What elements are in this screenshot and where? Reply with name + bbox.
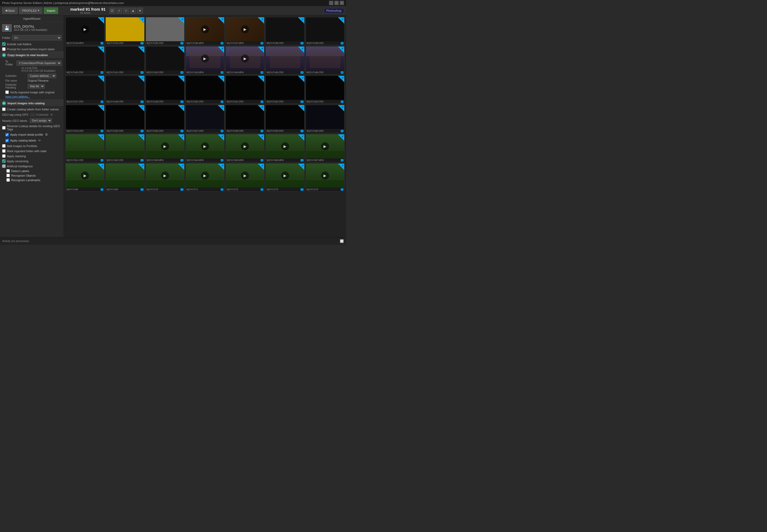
thumbnail-cell[interactable]: ✓ 8Q7A7158.CR2 0 bbox=[226, 105, 264, 133]
apply-stacking-checkbox[interactable] bbox=[2, 154, 6, 158]
profiles-button[interactable]: PROFILES ▾ bbox=[19, 7, 42, 14]
include-subfolders-checkbox[interactable] bbox=[2, 42, 6, 46]
to-folder-select[interactable]: C:\Users\facer\Photo Supreme\ bbox=[16, 61, 61, 66]
maximize-button[interactable]: □ bbox=[334, 1, 339, 5]
thumb-badge: 0 bbox=[261, 159, 263, 161]
ai-checkbox[interactable] bbox=[2, 164, 6, 168]
thumbnail-cell[interactable]: ✓ 8Q7A7149.CR2 0 bbox=[145, 76, 184, 104]
title-bar-controls[interactable]: _ □ × bbox=[329, 1, 344, 5]
mark-ingested-row[interactable]: Mark ingested folder with state bbox=[0, 148, 64, 153]
mark-ingested-checkbox[interactable] bbox=[2, 149, 6, 153]
apply-catalog-labels-checkbox[interactable] bbox=[5, 139, 9, 142]
thumbnail-cell[interactable]: ✓ 8Q7A7162.CR2 0 bbox=[105, 134, 144, 162]
thumbnail-cell[interactable]: ✓ 8Q7A7142.CR2 0 bbox=[145, 46, 184, 74]
reverse-lookup-row[interactable]: Reverse Lookup details for existing GEO … bbox=[0, 124, 64, 132]
apply-import-profile-checkbox[interactable] bbox=[5, 133, 9, 136]
apply-versioning-checkbox[interactable] bbox=[2, 159, 6, 163]
thumbnail-cell[interactable]: ✓ 8Q7A7153.CR2 0 bbox=[306, 76, 345, 104]
thumbnail-cell[interactable]: ▶ ✓ 8Q7A7143.MP4 0 bbox=[185, 46, 225, 74]
thumbnail-cell[interactable]: ▶ ✓ 8Q7A7173 0 bbox=[266, 163, 304, 192]
back-button[interactable]: ◀ Back bbox=[2, 7, 18, 14]
minimize-button[interactable]: _ bbox=[329, 1, 333, 5]
thumbnail-cell[interactable]: ✓ 8Q7A7160.CR2 0 bbox=[306, 105, 345, 133]
thumbnail-cell[interactable]: ✓ 8Q7A7150.CR2 0 bbox=[185, 76, 225, 104]
thumb-filename: 8Q7A7170 bbox=[147, 188, 158, 191]
thumbnail-cell[interactable]: ✓ 8Q7A7139.CR2 0 bbox=[306, 17, 345, 45]
thumbnail-cell[interactable]: ✓ 8Q7A7145.CR2 0 bbox=[266, 46, 304, 74]
thumbnail-cell[interactable]: ▶ ✓ 8Q7A7174 0 bbox=[306, 163, 345, 192]
subfolder-select[interactable]: Custom defined... bbox=[28, 74, 56, 78]
thumbnail-cell[interactable]: ▶ ✓ 8Q7A7168 0 bbox=[65, 163, 104, 192]
status-expand-icon[interactable]: ⬜ bbox=[340, 239, 344, 243]
nearby-geo-select[interactable]: Don't assign bbox=[30, 118, 52, 123]
recognize-landmarks-row[interactable]: Recognize Landmarks bbox=[0, 178, 64, 182]
more-copy-link[interactable]: more copy settings... bbox=[5, 95, 61, 99]
reverse-lookup-checkbox[interactable] bbox=[2, 126, 6, 130]
thumbnail-cell[interactable]: ✓ 8Q7A7154.CR2 0 bbox=[65, 105, 104, 133]
thumbnail-cell[interactable]: ✓ 8Q7A7147.CR2 0 bbox=[65, 76, 104, 104]
detect-labels-row[interactable]: Detect Labels bbox=[0, 169, 64, 173]
check-all-icon[interactable]: ☑ bbox=[109, 8, 115, 14]
copy-section-header[interactable]: ● Copy images to new location bbox=[0, 52, 64, 59]
close-button[interactable]: × bbox=[340, 1, 344, 5]
thumbnail-cell[interactable]: ✓ 8Q7A7134.CR2 0 bbox=[105, 17, 144, 45]
thumbnail-cell[interactable]: ✓ 8Q7A7135.CR2 0 bbox=[145, 17, 184, 45]
thumbnail-cell[interactable]: ▶ ✓ 8Q7A7133.MP4 0 bbox=[65, 17, 104, 45]
thumbnail-cell[interactable]: ✓ 8Q7A7156.CR2 0 bbox=[145, 105, 184, 133]
thumbnail-cell[interactable]: ✓ 8Q7A7141.CR2 0 bbox=[105, 46, 144, 74]
thumbnail-cell[interactable]: ✓ 8Q7A7140.CR2 0 bbox=[65, 46, 104, 74]
thumbnail-cell[interactable]: ▶ ✓ 8Q7A7164.MP4 0 bbox=[185, 134, 225, 162]
thumbnail-cell[interactable]: ▶ ✓ 8Q7A7136.MP4 0 bbox=[185, 17, 225, 45]
check-mark-icon[interactable]: ✓ bbox=[123, 8, 129, 14]
thumbnail-cell[interactable]: ▶ ✓ 8Q7A7165.MP4 0 bbox=[226, 134, 264, 162]
prompt-event-row[interactable]: Prompt for event before import starts bbox=[0, 47, 64, 52]
sort-down-icon[interactable]: ▾ bbox=[137, 8, 143, 14]
geo-clear-button[interactable]: × bbox=[49, 113, 54, 117]
thumbnail-cell[interactable]: ▶ ✓ 8Q7A7172 0 bbox=[226, 163, 264, 192]
thumb-badge: 0 bbox=[140, 159, 143, 161]
thumbnail-cell[interactable]: ▶ ✓ 8Q7A7163.MP4 0 bbox=[145, 134, 184, 162]
apply-stacking-row[interactable]: Apply stacking bbox=[0, 153, 64, 159]
thumbnail-cell[interactable]: ✓ 8Q7A7155.CR2 0 bbox=[105, 105, 144, 133]
prompt-event-checkbox[interactable] bbox=[2, 47, 6, 51]
thumb-label: 8Q7A7155.CR2 0 bbox=[106, 129, 144, 133]
recognize-objects-row[interactable]: Recognize Objects bbox=[0, 173, 64, 178]
catalog-labels-row[interactable]: Create catalog labels from folder names bbox=[0, 107, 64, 112]
thumbnail-cell[interactable]: ✓ 8Q7A7152.CR2 0 bbox=[266, 76, 304, 104]
add-portfolio-checkbox[interactable] bbox=[2, 144, 6, 148]
thumbnail-cell[interactable]: ▶ ✓ 8Q7A7137.MP4 0 bbox=[226, 17, 264, 45]
thumbnail-cell[interactable]: ✓ 8Q7A7157.CR2 0 bbox=[185, 105, 225, 133]
thumbnail-cell[interactable]: ▶ ✓ 8Q7A7167.MP4 0 bbox=[306, 134, 345, 162]
detect-labels-checkbox[interactable] bbox=[6, 169, 10, 173]
thumbnail-cell[interactable]: ✓ 8Q7A7148.CR2 0 bbox=[105, 76, 144, 104]
apply-versioning-row[interactable]: Apply versioning bbox=[0, 159, 64, 164]
check-mark: ✓ bbox=[342, 106, 344, 109]
import-button[interactable]: Import bbox=[44, 7, 58, 14]
thumbnail-cell[interactable]: ✓ 8Q7A7146.CR2 0 bbox=[306, 46, 345, 74]
verify-checkbox[interactable] bbox=[5, 90, 9, 94]
thumbnail-cell[interactable]: ✓ 8Q7A7151.CR2 0 bbox=[226, 76, 264, 104]
thumbnail-cell[interactable]: ▶ ✓ 8Q7A7171 0 bbox=[185, 163, 225, 192]
folder-select[interactable]: D:\ bbox=[12, 35, 61, 40]
thumbnail-cell[interactable]: ✓ 8Q7A7161.CR2 0 bbox=[65, 134, 104, 162]
duplicate-select[interactable]: Skip file bbox=[28, 84, 45, 89]
recognize-objects-checkbox[interactable] bbox=[6, 174, 10, 177]
import-section-header[interactable]: ● Import images into catalog bbox=[0, 100, 64, 107]
thumbnail-cell[interactable]: ▶ ✓ 8Q7A7144.MP4 0 bbox=[226, 46, 264, 74]
recognize-landmarks-checkbox[interactable] bbox=[6, 178, 10, 182]
thumbnail-cell[interactable]: ✓ 8Q7A7159.CR2 0 bbox=[266, 105, 304, 133]
check-mark: ✓ bbox=[181, 164, 184, 167]
catalog-labels-checkbox[interactable] bbox=[2, 107, 6, 111]
include-subfolders-row[interactable]: Include sub folders bbox=[0, 41, 64, 47]
photoshop-button[interactable]: Photoshop bbox=[324, 8, 344, 13]
check-icon[interactable]: ✓ bbox=[116, 8, 122, 14]
thumbnail-cell[interactable]: ▶ ✓ 8Q7A7170 0 bbox=[145, 163, 184, 192]
thumbnail-cell[interactable]: ✓ 8Q7A7138.CR2 0 bbox=[266, 17, 304, 45]
thumbnail-cell[interactable]: ✓ 8Q7A7169 0 bbox=[105, 163, 144, 192]
check-mark: ✓ bbox=[342, 164, 344, 167]
play-overlay-icon: ▶ bbox=[241, 25, 249, 33]
add-portfolio-row[interactable]: Add images to Portfolio bbox=[0, 143, 64, 148]
verify-row[interactable]: Verify ingested image with original bbox=[5, 90, 61, 95]
thumbnail-cell[interactable]: ▶ ✓ 8Q7A7166.MP4 0 bbox=[266, 134, 304, 162]
sort-up-icon[interactable]: ▲ bbox=[130, 8, 136, 14]
